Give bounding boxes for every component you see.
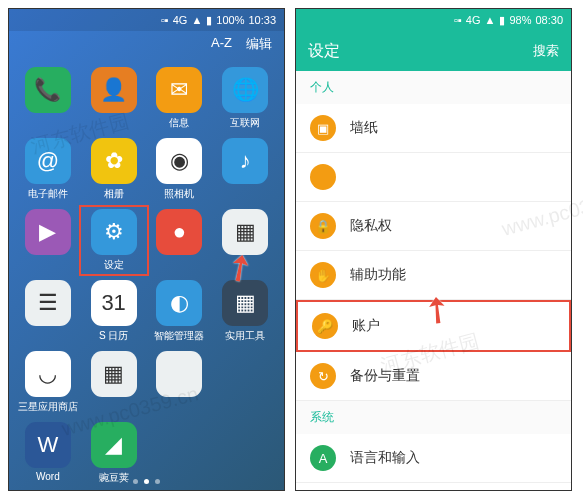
settings-item[interactable]: ▣墙纸 xyxy=(296,104,571,153)
app-item[interactable]: WWord xyxy=(17,422,79,485)
app-label: 信息 xyxy=(169,116,189,130)
settings-label: 备份与重置 xyxy=(350,367,420,385)
section-header: 系统 xyxy=(296,401,571,434)
settings-list: 个人▣墙纸🔒隐私权✋辅助功能🔑账户↻备份与重置系统A语言和输入▮电池▤存储🕐日期… xyxy=(296,71,571,491)
app-label: 互联网 xyxy=(230,116,260,130)
battery-pct: 98% xyxy=(509,14,531,26)
settings-icon: 🔑 xyxy=(312,313,338,339)
app-item[interactable] xyxy=(214,351,276,414)
settings-item[interactable]: 🔒隐私权 xyxy=(296,202,571,251)
app-icon: ☰ xyxy=(25,280,71,326)
section-header: 个人 xyxy=(296,71,571,104)
settings-item[interactable] xyxy=(296,153,571,202)
signal-icon: ▫▪ xyxy=(161,14,169,26)
app-item[interactable]: 📞 xyxy=(17,67,79,130)
status-bar: ▫▪ 4G ▲ ▮ 100% 10:33 xyxy=(9,9,284,31)
app-item[interactable]: 👤 xyxy=(83,67,145,130)
app-item[interactable]: ♪ xyxy=(214,138,276,201)
app-label: 三星应用商店 xyxy=(18,400,78,414)
wifi-icon: ▲ xyxy=(485,14,496,26)
signal-icon: ▫▪ xyxy=(454,14,462,26)
clock: 10:33 xyxy=(248,14,276,26)
app-icon: 🌐 xyxy=(222,67,268,113)
settings-header: 设定 搜索 xyxy=(296,31,571,71)
edit-button[interactable]: 编辑 xyxy=(246,35,272,53)
settings-icon: ✋ xyxy=(310,262,336,288)
settings-label: 隐私权 xyxy=(350,217,392,235)
search-button[interactable]: 搜索 xyxy=(533,42,559,60)
app-item[interactable]: ● xyxy=(149,209,211,272)
app-item[interactable]: ✿相册 xyxy=(83,138,145,201)
app-icon: 👤 xyxy=(91,67,137,113)
app-item[interactable]: ◐智能管理器 xyxy=(149,280,211,343)
app-icon: ▦ xyxy=(222,209,268,255)
phone-settings-screen: ▫▪ 4G ▲ ▮ 98% 08:30 设定 搜索 个人▣墙纸🔒隐私权✋辅助功能… xyxy=(295,8,572,491)
page-title: 设定 xyxy=(308,41,340,62)
settings-icon: ↻ xyxy=(310,363,336,389)
wifi-icon: ▲ xyxy=(191,14,202,26)
battery-icon: ▮ xyxy=(206,14,212,27)
app-item[interactable]: ✉信息 xyxy=(149,67,211,130)
app-icon: ◢ xyxy=(91,422,137,468)
app-icon: W xyxy=(25,422,71,468)
settings-item[interactable]: 🔑账户 xyxy=(296,300,571,352)
app-icon: ▦ xyxy=(222,280,268,326)
settings-icon xyxy=(310,164,336,190)
settings-label: 账户 xyxy=(352,317,380,335)
app-icon: 📞 xyxy=(25,67,71,113)
settings-icon: A xyxy=(310,445,336,471)
app-icon xyxy=(156,351,202,397)
app-icon: ♪ xyxy=(222,138,268,184)
app-label: 智能管理器 xyxy=(154,329,204,343)
app-item[interactable]: ◡三星应用商店 xyxy=(17,351,79,414)
settings-item[interactable]: ↻备份与重置 xyxy=(296,352,571,401)
app-icon: ◉ xyxy=(156,138,202,184)
app-icon xyxy=(222,351,268,397)
app-item[interactable]: 31S 日历 xyxy=(83,280,145,343)
battery-pct: 100% xyxy=(216,14,244,26)
app-icon: 31 xyxy=(91,280,137,326)
app-icon: ✿ xyxy=(91,138,137,184)
app-item[interactable]: ▶ xyxy=(17,209,79,272)
settings-label: 墙纸 xyxy=(350,119,378,137)
app-item[interactable]: ▦ xyxy=(83,351,145,414)
app-label: 设定 xyxy=(104,258,124,272)
status-bar: ▫▪ 4G ▲ ▮ 98% 08:30 xyxy=(296,9,571,31)
app-label: 照相机 xyxy=(164,187,194,201)
app-icon: ✉ xyxy=(156,67,202,113)
app-label: 相册 xyxy=(104,187,124,201)
app-icon: ▦ xyxy=(91,351,137,397)
settings-label: 语言和输入 xyxy=(350,449,420,467)
app-item[interactable]: ◢豌豆荚 xyxy=(83,422,145,485)
app-label: S 日历 xyxy=(99,329,128,343)
app-label: 电子邮件 xyxy=(28,187,68,201)
app-item[interactable]: @电子邮件 xyxy=(17,138,79,201)
settings-icon: ▣ xyxy=(310,115,336,141)
phone-home-screen: ▫▪ 4G ▲ ▮ 100% 10:33 A-Z 编辑 📞👤✉信息🌐互联网@电子… xyxy=(8,8,285,491)
settings-item[interactable]: A语言和输入 xyxy=(296,434,571,483)
battery-icon: ▮ xyxy=(499,14,505,27)
app-item[interactable]: ▦ xyxy=(214,209,276,272)
app-item[interactable]: ☰ xyxy=(17,280,79,343)
settings-item[interactable]: ▮电池 xyxy=(296,483,571,491)
settings-icon: 🔒 xyxy=(310,213,336,239)
network-label: 4G xyxy=(173,14,188,26)
app-icon: ▶ xyxy=(25,209,71,255)
app-icon: ◐ xyxy=(156,280,202,326)
app-item[interactable]: ▦实用工具 xyxy=(214,280,276,343)
app-grid: 📞👤✉信息🌐互联网@电子邮件✿相册◉照相机♪▶⚙设定●▦☰31S 日历◐智能管理… xyxy=(9,57,284,491)
settings-label: 辅助功能 xyxy=(350,266,406,284)
app-icon: ◡ xyxy=(25,351,71,397)
app-icon: ● xyxy=(156,209,202,255)
app-item[interactable]: ◉照相机 xyxy=(149,138,211,201)
sort-az[interactable]: A-Z xyxy=(211,35,232,53)
app-item[interactable] xyxy=(149,351,211,414)
app-item[interactable]: 🌐互联网 xyxy=(214,67,276,130)
settings-item[interactable]: ✋辅助功能 xyxy=(296,251,571,300)
app-item[interactable]: ⚙设定 xyxy=(79,205,149,276)
app-label: 实用工具 xyxy=(225,329,265,343)
clock: 08:30 xyxy=(535,14,563,26)
network-label: 4G xyxy=(466,14,481,26)
app-icon: @ xyxy=(25,138,71,184)
apps-toolbar: A-Z 编辑 xyxy=(9,31,284,57)
